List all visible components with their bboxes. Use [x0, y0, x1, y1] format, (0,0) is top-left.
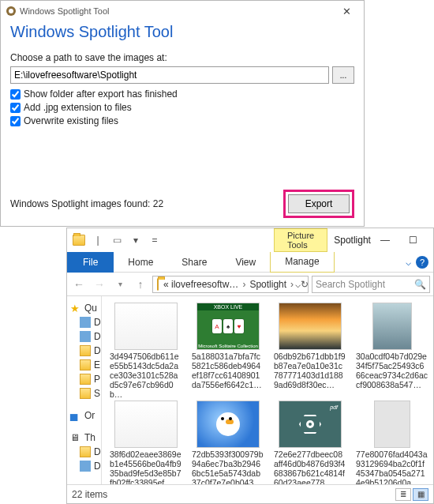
images-found-text: Windows Spotlight images found: 22 [10, 198, 163, 209]
breadcrumb-sep-1: › [241, 279, 247, 290]
add-jpg-checkbox[interactable] [10, 103, 21, 113]
sidebar-onedrive[interactable]: Or [67, 408, 101, 423]
file-item[interactable]: 30a0cdf04b7d029e34f5f75ac25493c666ceac97… [356, 303, 428, 397]
tool-window-title: Windows Spotlight Tool [20, 6, 110, 16]
thumbnail [372, 303, 412, 350]
thumbnail [279, 303, 342, 350]
item-count: 22 items [72, 489, 107, 500]
tab-view[interactable]: View [221, 252, 270, 273]
maximize-button[interactable]: ☐ [399, 229, 428, 251]
show-folder-label: Show folder after export has finished [24, 88, 178, 100]
sidebar-item[interactable]: D [67, 344, 101, 358]
explorer-title: Spotlight [334, 235, 371, 246]
browse-button[interactable]: ... [332, 66, 354, 84]
details-view-button[interactable]: ≣ [395, 488, 411, 501]
file-name: 30a0cdf04b7d029e34f5f75ac25493c666ceac97… [356, 352, 428, 389]
file-item[interactable]: 06db92b671dbb1f9b87ea7e0a10e31c787771403… [274, 303, 346, 397]
sidebar-item[interactable]: P [67, 372, 101, 386]
nav-back-button[interactable]: ← [70, 276, 88, 293]
file-name: 72db5393f300979b94a6ec7ba3b29466bc51e5a5… [192, 449, 264, 484]
help-icon[interactable]: ? [416, 256, 428, 269]
tool-heading: Windows Spotlight Tool [10, 23, 354, 41]
picture-tools-tab[interactable]: Picture Tools [274, 228, 327, 252]
add-jpg-label: Add .jpg extension to files [24, 102, 132, 113]
file-item[interactable]: 72e6e277dbeec08aff46d0b4876d93f4683867b6… [274, 401, 346, 484]
search-placeholder: Search Spotlight [316, 279, 385, 290]
minimize-button[interactable]: — [371, 229, 399, 251]
thumbnail: A♠♥ Microsoft Solitaire Collection [196, 303, 260, 350]
sidebar-item[interactable]: D [67, 315, 101, 329]
explorer-folder-icon [70, 231, 88, 249]
file-item[interactable]: 77e80076fad4043a93129694ba2c0f1f45347ba0… [356, 401, 428, 484]
thumbnail [196, 401, 260, 448]
tab-file[interactable]: File [67, 252, 114, 273]
file-name: 72e6e277dbeec08aff46d0b4876d93f4683867b6… [274, 449, 346, 484]
file-item[interactable]: 38f6d02eaee3869eb1e45566be0a4fb935bad9fe… [110, 401, 182, 484]
qat-expand-icon[interactable]: = [146, 231, 163, 249]
file-item[interactable]: 3d4947506db611ee55b5143dc5da2ace303e3101… [110, 303, 182, 397]
ribbon-expand-icon[interactable]: ⌵ [406, 257, 411, 268]
addr-dropdown-icon[interactable]: ⌵ [295, 279, 301, 290]
sidebar-item[interactable]: E [67, 358, 101, 372]
explorer-window: | ▭ ▾ = Picture Tools Spotlight — ☐ ✕ Fi… [66, 228, 434, 504]
show-folder-checkbox-row[interactable]: Show folder after export has finished [10, 88, 354, 100]
choose-path-label: Choose a path to save the images at: [10, 52, 354, 63]
file-name: 5a188031a7bfa7fc5821c586deb4964ef18f7cc6… [192, 352, 264, 389]
tab-home[interactable]: Home [114, 252, 167, 273]
nav-recent-dropdown[interactable]: ▾ [111, 276, 129, 293]
nav-up-button[interactable]: ↑ [132, 276, 149, 293]
status-bar: 22 items ≣ ▦ [67, 484, 433, 503]
file-name: 06db92b671dbb1f9b87ea7e0a10e31c787771403… [274, 352, 346, 389]
svg-point-1 [9, 9, 13, 13]
qat-properties-icon[interactable]: ▭ [108, 231, 125, 249]
thumbnail [374, 401, 410, 448]
export-highlight: Export [283, 190, 354, 218]
sidebar: Qu D D D E P S Or Th D D [67, 296, 102, 484]
app-icon [6, 6, 17, 17]
qat-divider: | [89, 231, 107, 249]
thumbnail [279, 401, 342, 448]
search-icon[interactable]: 🔍 [414, 279, 426, 290]
sidebar-item[interactable]: D [67, 445, 101, 459]
sidebar-quick-access[interactable]: Qu [67, 301, 101, 315]
overwrite-label: Overwrite existing files [24, 115, 118, 126]
nav-forward-button[interactable]: → [91, 276, 108, 293]
sidebar-item[interactable]: D [67, 329, 101, 344]
overwrite-checkbox-row[interactable]: Overwrite existing files [10, 115, 354, 126]
file-item[interactable]: 72db5393f300979b94a6ec7ba3b29466bc51e5a5… [192, 401, 264, 484]
breadcrumb-sep-2: › [289, 279, 295, 290]
address-bar-row: ← → ▾ ↑ « ilovefreesoftw… › Spotlight › … [67, 273, 433, 296]
addr-folder-icon [155, 279, 161, 290]
path-input[interactable] [10, 66, 329, 84]
add-jpg-checkbox-row[interactable]: Add .jpg extension to files [10, 102, 354, 113]
show-folder-checkbox[interactable] [10, 89, 21, 100]
thumbnail [114, 401, 178, 448]
address-bar[interactable]: « ilovefreesoftw… › Spotlight › ⌵ ↻ [152, 276, 309, 293]
export-button[interactable]: Export [288, 194, 350, 213]
icons-view-button[interactable]: ▦ [413, 488, 428, 501]
sidebar-item[interactable]: D [67, 459, 101, 473]
ribbon-tabs: File Home Share View Manage ⌵ ? [67, 252, 433, 273]
spotlight-tool-window: Windows Spotlight Tool ✕ Windows Spotlig… [0, 0, 365, 227]
search-input[interactable]: Search Spotlight 🔍 [312, 276, 430, 293]
refresh-button[interactable]: ↻ [301, 279, 309, 290]
file-grid: 3d4947506db611ee55b5143dc5da2ace303e3101… [102, 296, 433, 484]
explorer-titlebar: | ▭ ▾ = Picture Tools Spotlight — ☐ ✕ [67, 228, 433, 252]
breadcrumb-seg-2[interactable]: Spotlight [247, 279, 289, 290]
thumbnail [114, 303, 178, 350]
overwrite-checkbox[interactable] [10, 116, 21, 126]
sidebar-this-pc[interactable]: Th [67, 431, 101, 445]
file-name: 3d4947506db611ee55b5143dc5da2ace303e3101… [110, 352, 182, 397]
sidebar-item[interactable]: S [67, 386, 101, 401]
breadcrumb-seg-1[interactable]: « ilovefreesoftw… [161, 279, 241, 290]
tab-manage[interactable]: Manage [270, 252, 334, 273]
qat-new-folder-icon[interactable]: ▾ [127, 231, 144, 249]
file-item[interactable]: A♠♥ Microsoft Solitaire Collection 5a188… [192, 303, 264, 397]
tool-titlebar: Windows Spotlight Tool ✕ [1, 1, 364, 21]
tool-close-button[interactable]: ✕ [332, 6, 361, 17]
tab-share[interactable]: Share [167, 252, 221, 273]
close-button[interactable]: ✕ [428, 229, 434, 251]
file-name: 38f6d02eaee3869eb1e45566be0a4fb935bad9fe… [110, 449, 182, 484]
file-name: 77e80076fad4043a93129694ba2c0f1f45347ba0… [356, 449, 428, 484]
